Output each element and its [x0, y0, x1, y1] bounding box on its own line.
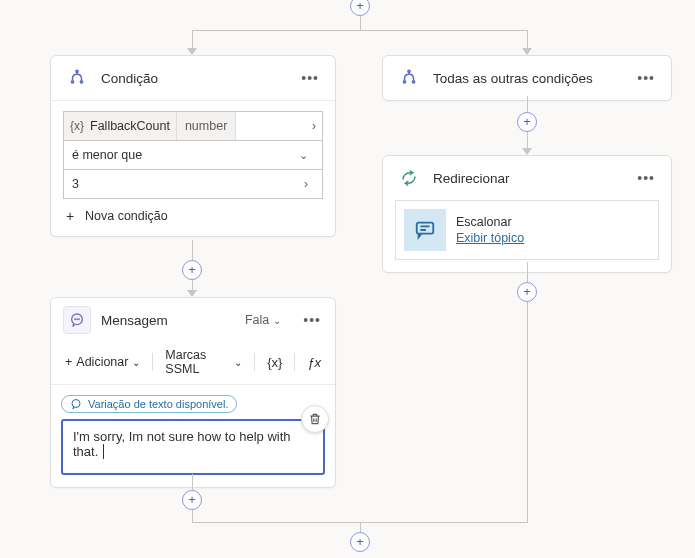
more-menu-button[interactable] — [635, 170, 657, 186]
card-body: {x} FallbackCount number › é menor que ⌄… — [51, 101, 335, 236]
fx-icon: {x} — [70, 119, 84, 133]
variable-name: FallbackCount — [90, 119, 170, 133]
svg-point-8 — [75, 319, 76, 320]
redirect-icon — [397, 166, 421, 190]
arrowhead — [187, 290, 197, 297]
card-title: Todas as outras condições — [433, 71, 623, 86]
delete-message-button[interactable] — [301, 405, 329, 433]
toolbar-add-button[interactable]: + Adicionar ⌄ — [61, 353, 144, 371]
edge — [360, 16, 361, 30]
redirect-card: Redirecionar Escalonar Exibir tópico — [382, 155, 672, 273]
arrowhead — [522, 48, 532, 55]
variable-type: number — [177, 112, 236, 140]
more-menu-button[interactable] — [301, 312, 323, 328]
plus-icon: + — [65, 355, 72, 369]
value-label: 3 — [72, 177, 298, 191]
view-topic-link[interactable]: Exibir tópico — [456, 231, 524, 245]
card-title: Mensagem — [101, 313, 235, 328]
condition-operator-row[interactable]: é menor que ⌄ — [63, 140, 323, 170]
svg-point-1 — [71, 81, 73, 83]
branch-icon — [65, 66, 89, 90]
svg-point-2 — [80, 81, 82, 83]
plus-icon: + — [63, 208, 77, 224]
redirect-step-texts: Escalonar Exibir tópico — [456, 215, 524, 245]
toolbar-ssml-button[interactable]: Marcas SSML ⌄ — [161, 346, 246, 378]
message-card: Mensagem Fala ⌄ + Adicionar ⌄ Marcas SSM… — [50, 297, 336, 488]
add-node-button[interactable]: + — [182, 260, 202, 280]
chevron-down-icon: ⌄ — [273, 315, 281, 326]
chevron-right-icon: › — [306, 119, 322, 133]
condition-value-row[interactable]: 3 › — [63, 169, 323, 199]
other-conditions-card: Todas as outras condições — [382, 55, 672, 101]
arrowhead — [187, 48, 197, 55]
svg-point-4 — [403, 81, 405, 83]
arrowhead — [522, 148, 532, 155]
add-node-button-top[interactable]: + — [350, 0, 370, 16]
flow-canvas: + Condição {x} FallbackCount number › — [0, 0, 695, 558]
message-text-input[interactable]: I'm sorry, Im not sure how to help with … — [61, 419, 325, 475]
chevron-down-icon: ⌄ — [132, 357, 140, 368]
message-toolbar: + Adicionar ⌄ Marcas SSML ⌄ {x} ƒx — [51, 342, 335, 385]
redirect-step-title: Escalonar — [456, 215, 524, 229]
message-icon — [63, 306, 91, 334]
card-title: Redirecionar — [433, 171, 623, 186]
toolbar-variable-button[interactable]: {x} — [263, 353, 286, 372]
more-menu-button[interactable] — [299, 70, 321, 86]
add-node-button[interactable]: + — [517, 112, 537, 132]
chevron-right-icon: › — [298, 177, 314, 191]
card-header: Mensagem Fala ⌄ — [51, 298, 335, 342]
operator-label: é menor que — [72, 148, 293, 162]
chevron-down-icon: ⌄ — [234, 357, 242, 368]
message-input-wrap: I'm sorry, Im not sure how to help with … — [51, 419, 335, 487]
variation-chip[interactable]: Variação de texto disponível. — [61, 395, 237, 413]
condition-variable-row[interactable]: {x} FallbackCount number › — [63, 111, 323, 141]
add-condition-label: Nova condição — [85, 209, 168, 223]
add-condition-button[interactable]: + Nova condição — [63, 208, 323, 224]
card-header: Todas as outras condições — [383, 56, 671, 100]
card-header: Condição — [51, 56, 335, 101]
svg-point-5 — [412, 81, 414, 83]
svg-point-9 — [77, 319, 78, 320]
toolbar-fx-button[interactable]: ƒx — [303, 353, 325, 372]
mode-selector[interactable]: Fala ⌄ — [245, 313, 281, 327]
card-title: Condição — [101, 71, 287, 86]
add-node-button[interactable]: + — [517, 282, 537, 302]
add-node-button-bottom[interactable]: + — [350, 532, 370, 552]
variation-chip-label: Variação de texto disponível. — [88, 398, 228, 410]
edge — [192, 30, 528, 31]
topic-icon — [404, 209, 446, 251]
branch-icon — [397, 66, 421, 90]
condition-card: Condição {x} FallbackCount number › é me… — [50, 55, 336, 237]
chevron-down-icon: ⌄ — [293, 149, 314, 162]
separator — [254, 353, 255, 371]
fx-icon: ƒx — [307, 355, 321, 370]
variable-token: {x} FallbackCount — [64, 112, 177, 140]
svg-point-10 — [79, 319, 80, 320]
card-header: Redirecionar — [383, 156, 671, 200]
separator — [152, 353, 153, 371]
redirect-step[interactable]: Escalonar Exibir tópico — [395, 200, 659, 260]
separator — [294, 353, 295, 371]
more-menu-button[interactable] — [635, 70, 657, 86]
add-node-button[interactable]: + — [182, 490, 202, 510]
message-text: I'm sorry, Im not sure how to help with … — [73, 429, 291, 459]
svg-point-11 — [72, 400, 80, 408]
toolbar-ssml-label: Marcas SSML — [165, 348, 230, 376]
svg-rect-6 — [417, 223, 434, 234]
toolbar-add-label: Adicionar — [76, 355, 128, 369]
variable-icon: {x} — [267, 355, 282, 370]
mode-label: Fala — [245, 313, 269, 327]
